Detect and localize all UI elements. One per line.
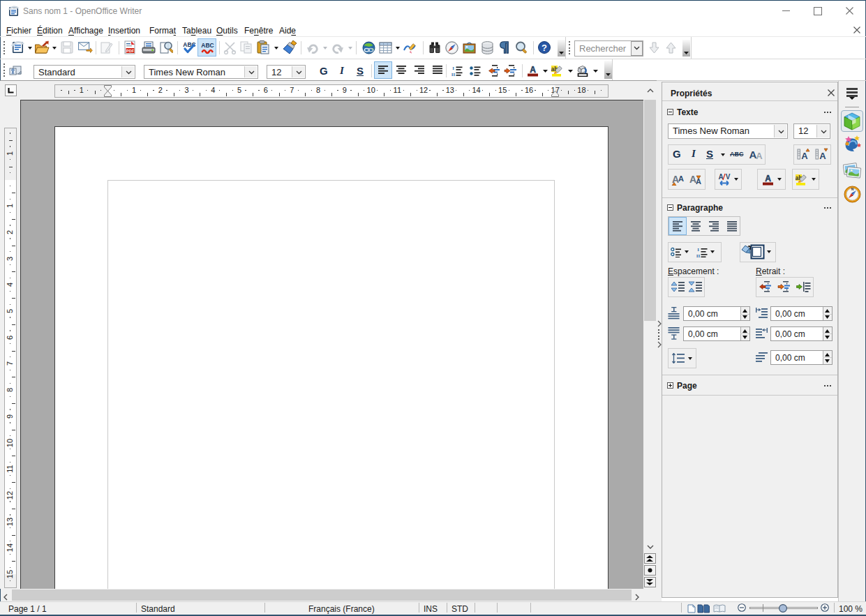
svg-text:V: V <box>726 173 731 181</box>
svg-text:A: A <box>678 174 684 183</box>
svg-text:A: A <box>765 174 771 183</box>
svg-text:N: N <box>851 187 853 191</box>
svg-text:A: A <box>819 151 826 160</box>
svg-text:A: A <box>801 151 808 160</box>
svg-text:ABC: ABC <box>201 42 214 49</box>
svg-text:I: I <box>697 247 699 253</box>
svg-text:PDF: PDF <box>126 49 135 53</box>
svg-text:A: A <box>718 173 723 181</box>
svg-text:II: II <box>451 71 455 76</box>
svg-text:A: A <box>530 65 536 75</box>
svg-text:II: II <box>696 253 700 257</box>
svg-text:?: ? <box>542 43 547 53</box>
svg-text:I: I <box>452 66 454 71</box>
svg-text:A: A <box>756 151 763 160</box>
